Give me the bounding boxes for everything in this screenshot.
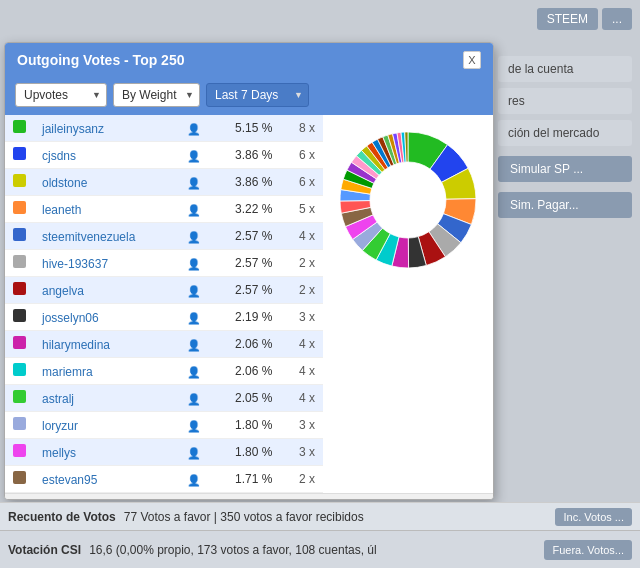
- inc-votes-button[interactable]: Inc. Votos ...: [555, 508, 632, 526]
- csi-label: Votación CSI: [8, 543, 89, 557]
- modal-controls: Upvotes Downvotes All By Weight By Count…: [5, 77, 493, 115]
- percentage-value: 2.57 %: [209, 277, 280, 304]
- user-link[interactable]: leaneth: [42, 203, 81, 217]
- percentage-value: 2.05 %: [209, 385, 280, 412]
- count-value: 2 x: [280, 277, 323, 304]
- table-row: leaneth 👤 3.22 % 5 x: [5, 196, 323, 223]
- user-icon: 👤: [187, 123, 201, 135]
- modal-close-button[interactable]: X: [463, 51, 481, 69]
- count-value: 4 x: [280, 358, 323, 385]
- modal-title: Outgoing Votes - Top 250: [17, 52, 184, 68]
- table-row: cjsdns 👤 3.86 % 6 x: [5, 142, 323, 169]
- color-indicator: [13, 255, 26, 268]
- user-link[interactable]: mariemra: [42, 365, 93, 379]
- user-link[interactable]: oldstone: [42, 176, 87, 190]
- count-value: 6 x: [280, 169, 323, 196]
- user-icon: 👤: [187, 177, 201, 189]
- user-link[interactable]: josselyn06: [42, 311, 99, 325]
- color-indicator: [13, 417, 26, 430]
- modal-header: Outgoing Votes - Top 250 X: [5, 43, 493, 77]
- percentage-value: 5.15 %: [209, 115, 280, 142]
- filter-select[interactable]: Upvotes Downvotes All: [15, 83, 107, 107]
- resize-handle[interactable]: [5, 493, 493, 499]
- user-link[interactable]: jaileinysanz: [42, 122, 104, 136]
- vote-count-value: 77 Votos a favor | 350 votos a favor rec…: [124, 510, 556, 524]
- color-indicator: [13, 147, 26, 160]
- user-icon: 👤: [187, 420, 201, 432]
- count-value: 6 x: [280, 142, 323, 169]
- market-item[interactable]: ción del mercado: [498, 120, 632, 146]
- percentage-value: 2.06 %: [209, 331, 280, 358]
- chart-section: [323, 115, 493, 493]
- sort-select[interactable]: By Weight By Count By Date: [113, 83, 200, 107]
- user-link[interactable]: astralj: [42, 392, 74, 406]
- color-indicator: [13, 228, 26, 241]
- donut-chart: [333, 125, 483, 275]
- count-value: 4 x: [280, 223, 323, 250]
- color-indicator: [13, 336, 26, 349]
- fuera-votes-button[interactable]: Fuera. Votos...: [544, 540, 632, 560]
- color-indicator: [13, 282, 26, 295]
- user-link[interactable]: mellys: [42, 446, 76, 460]
- color-indicator: [13, 363, 26, 376]
- user-icon: 👤: [187, 231, 201, 243]
- table-row: mariemra 👤 2.06 % 4 x: [5, 358, 323, 385]
- table-row: angelva 👤 2.57 % 2 x: [5, 277, 323, 304]
- votes-modal: Outgoing Votes - Top 250 X Upvotes Downv…: [4, 42, 494, 500]
- color-indicator: [13, 201, 26, 214]
- percentage-value: 3.86 %: [209, 169, 280, 196]
- user-link[interactable]: cjsdns: [42, 149, 76, 163]
- csi-bar: Votación CSI 16,6 (0,00% propio, 173 vot…: [0, 530, 640, 568]
- votes-table: jaileinysanz 👤 5.15 % 8 x cjsdns 👤 3.86 …: [5, 115, 323, 493]
- color-indicator: [13, 390, 26, 403]
- user-link[interactable]: angelva: [42, 284, 84, 298]
- percentage-value: 2.19 %: [209, 304, 280, 331]
- user-icon: 👤: [187, 447, 201, 459]
- count-value: 4 x: [280, 331, 323, 358]
- count-value: 3 x: [280, 304, 323, 331]
- percentage-value: 3.22 %: [209, 196, 280, 223]
- user-link[interactable]: hive-193637: [42, 257, 108, 271]
- simulate-pay-button[interactable]: Sim. Pagar...: [498, 192, 632, 218]
- count-value: 4 x: [280, 385, 323, 412]
- simulate-sp-button[interactable]: Simular SP ...: [498, 156, 632, 182]
- table-row: loryzur 👤 1.80 % 3 x: [5, 412, 323, 439]
- count-value: 2 x: [280, 250, 323, 277]
- more-button[interactable]: ...: [602, 8, 632, 30]
- user-link[interactable]: hilarymedina: [42, 338, 110, 352]
- color-indicator: [13, 309, 26, 322]
- count-value: 8 x: [280, 115, 323, 142]
- date-wrapper: Last 7 Days Last 30 Days All Time: [206, 83, 309, 107]
- user-icon: 👤: [187, 285, 201, 297]
- filter-wrapper: Upvotes Downvotes All: [15, 83, 107, 107]
- user-icon: 👤: [187, 393, 201, 405]
- color-indicator: [13, 120, 26, 133]
- vote-count-bar: Recuento de Votos 77 Votos a favor | 350…: [0, 502, 640, 530]
- user-link[interactable]: loryzur: [42, 419, 78, 433]
- user-icon: 👤: [187, 312, 201, 324]
- percentage-value: 1.80 %: [209, 412, 280, 439]
- color-indicator: [13, 471, 26, 484]
- table-row: josselyn06 👤 2.19 % 3 x: [5, 304, 323, 331]
- percentage-value: 2.06 %: [209, 358, 280, 385]
- user-icon: 👤: [187, 366, 201, 378]
- percentage-value: 1.71 %: [209, 466, 280, 493]
- table-row: mellys 👤 1.80 % 3 x: [5, 439, 323, 466]
- steem-button[interactable]: STEEM: [537, 8, 598, 30]
- user-link[interactable]: steemitvenezuela: [42, 230, 135, 244]
- color-indicator: [13, 174, 26, 187]
- user-icon: 👤: [187, 258, 201, 270]
- percentage-value: 2.57 %: [209, 223, 280, 250]
- color-indicator: [13, 444, 26, 457]
- user-link[interactable]: estevan95: [42, 473, 97, 487]
- account-item[interactable]: de la cuenta: [498, 56, 632, 82]
- percentage-value: 3.86 %: [209, 142, 280, 169]
- count-value: 3 x: [280, 412, 323, 439]
- table-row: estevan95 👤 1.71 % 2 x: [5, 466, 323, 493]
- table-row: astralj 👤 2.05 % 4 x: [5, 385, 323, 412]
- res-item[interactable]: res: [498, 88, 632, 114]
- date-select[interactable]: Last 7 Days Last 30 Days All Time: [206, 83, 309, 107]
- right-panel: de la cuenta res ción del mercado Simula…: [490, 48, 640, 226]
- count-value: 5 x: [280, 196, 323, 223]
- count-value: 3 x: [280, 439, 323, 466]
